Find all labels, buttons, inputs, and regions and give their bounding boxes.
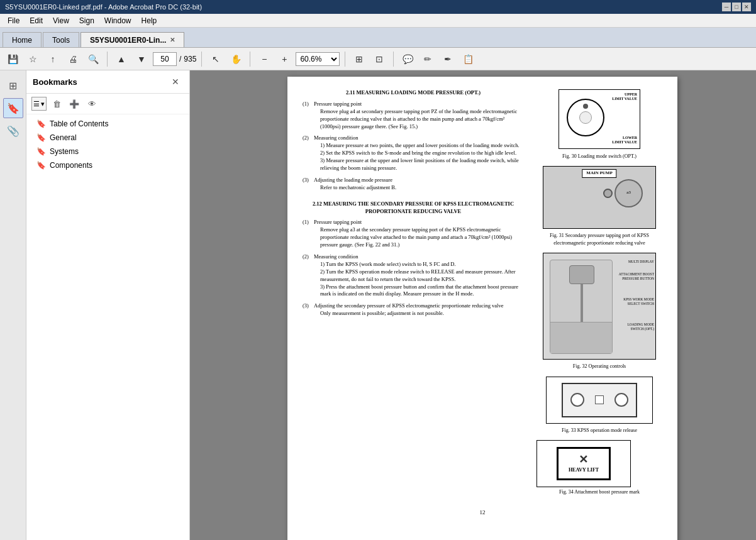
s211-p1-body: Remove plug a4 at secondary pressure tap… bbox=[314, 108, 524, 131]
s212-p2-text: Measuring condition bbox=[314, 253, 524, 261]
bookmark-item-systems[interactable]: 🔖 Systems bbox=[26, 145, 189, 158]
marquee-zoom-button[interactable]: ⊡ bbox=[370, 50, 388, 68]
tab-document[interactable]: S5YSU0001ER0-Lin... ✕ bbox=[81, 32, 184, 47]
page-area[interactable]: ◀ 2.11 MEASURING LOADING MODE PRESSURE (… bbox=[190, 70, 756, 540]
s211-p1-content: Pressure tapping point Remove plug a4 at… bbox=[314, 101, 524, 133]
section-212-heading: 2.12 MEASURING THE SECONDARY PRESSURE OF… bbox=[303, 201, 524, 216]
bookmark-icon-systems: 🔖 bbox=[36, 147, 46, 156]
menu-file[interactable]: File bbox=[3, 15, 25, 26]
figure-33-caption: Fig. 33 KPSS operation mode release bbox=[536, 427, 662, 434]
s212-p1-content: Pressure tapping point Remove plug a3 at… bbox=[314, 219, 524, 251]
figure-32-box: MULTI DISPLAY ATTACHMENT BOOST PRESSURE … bbox=[543, 253, 656, 360]
page-navigation: / 935 bbox=[153, 52, 196, 66]
page-down-button[interactable]: ▼ bbox=[133, 50, 150, 68]
tab-bar: Home Tools S5YSU0001ER0-Lin... ✕ bbox=[0, 28, 756, 48]
print-button[interactable]: 🖨 bbox=[64, 50, 82, 68]
highlight-button[interactable]: ✏ bbox=[419, 50, 436, 68]
figure-30-box: UPPERLIMIT VALUE LOWERLIMIT VALUE bbox=[559, 89, 640, 149]
s212-p1-text: Pressure tapping point bbox=[314, 219, 524, 226]
add-bookmark-button[interactable]: ➕ bbox=[67, 96, 82, 111]
figure-32-container: MULTI DISPLAY ATTACHMENT BOOST PRESSURE … bbox=[536, 253, 662, 370]
menu-view[interactable]: View bbox=[48, 15, 74, 26]
bookmark-properties-button[interactable]: 👁 bbox=[84, 96, 99, 111]
toolbar-separator-4 bbox=[345, 52, 345, 67]
search-button[interactable]: 🔍 bbox=[84, 50, 102, 68]
pdf-left-column: 2.11 MEASURING LOADING MODE PRESSURE (OP… bbox=[303, 89, 524, 502]
menu-help[interactable]: Help bbox=[136, 15, 162, 26]
pdf-two-column: 2.11 MEASURING LOADING MODE PRESSURE (OP… bbox=[303, 89, 662, 502]
fig32-label-4: LOADING MODE SWITCH (OPT.) bbox=[615, 322, 654, 331]
save-button[interactable]: 💾 bbox=[4, 50, 21, 68]
menu-edit[interactable]: Edit bbox=[25, 15, 48, 26]
bookmark-label-components: Components bbox=[50, 161, 92, 170]
cursor-tool-button[interactable]: ↖ bbox=[207, 50, 225, 68]
tab-tools[interactable]: Tools bbox=[43, 32, 79, 47]
s212-p3-text: Adjusting the secondary pressure of KPSS… bbox=[314, 302, 503, 310]
zoom-out-button[interactable]: − bbox=[255, 50, 273, 68]
maximize-button[interactable]: □ bbox=[732, 3, 741, 11]
left-icon-panel: ⊞ 🔖 📎 bbox=[0, 70, 26, 540]
bookmarks-options-dropdown[interactable]: ☰ ▾ bbox=[31, 97, 47, 111]
tab-home[interactable]: Home bbox=[3, 32, 42, 47]
fig32-stick bbox=[581, 284, 583, 322]
section-212-p2: (2) Measuring condition 1) Turn the KPSS… bbox=[303, 253, 524, 300]
toolbar-separator-3 bbox=[250, 52, 250, 67]
figure-31-caption: Fig. 31 Secondary pressure tapping port … bbox=[536, 232, 662, 246]
fig32-label-3: KPSS WORK MODE SELECT SWITCH bbox=[615, 297, 654, 306]
figure-34-box: ✕ HEAVY LIFT bbox=[536, 440, 631, 487]
options-icon: ☰ bbox=[33, 100, 40, 108]
bookmark-add-button[interactable]: ☆ bbox=[24, 50, 42, 68]
section-211-p1: (1) Pressure tapping point Remove plug a… bbox=[303, 101, 524, 133]
attachments-icon[interactable]: 📎 bbox=[3, 121, 23, 141]
delete-bookmark-button[interactable]: 🗑 bbox=[49, 96, 64, 111]
zoom-select[interactable]: 60.6% 50% 75% 100% 125% 150% bbox=[296, 52, 340, 66]
menu-window[interactable]: Window bbox=[99, 15, 136, 26]
bookmark-icon-components: 🔖 bbox=[36, 161, 46, 170]
bookmark-icon-toc: 🔖 bbox=[36, 119, 46, 128]
section-212-p3: (3) Adjusting the secondary pressure of … bbox=[303, 302, 524, 320]
section-211-p2: (2) Measuring condition 1) Measure press… bbox=[303, 135, 524, 174]
s212-p2-num: (2) bbox=[303, 253, 311, 300]
upload-button[interactable]: ↑ bbox=[44, 50, 62, 68]
s211-p2-content: Measuring condition 1) Measure pressure … bbox=[314, 135, 524, 174]
s212-p2-item2: 2) Turn the KPSS operation mode release … bbox=[314, 268, 524, 284]
dropdown-arrow-icon: ▾ bbox=[41, 100, 45, 108]
close-button[interactable]: ✕ bbox=[742, 3, 751, 11]
bookmark-item-toc[interactable]: 🔖 Table of Contents bbox=[26, 117, 189, 131]
minimize-button[interactable]: ─ bbox=[722, 3, 731, 11]
zoom-in-button[interactable]: + bbox=[275, 50, 293, 68]
stamp-button[interactable]: 📋 bbox=[459, 50, 477, 68]
figure-33-box bbox=[546, 377, 653, 424]
tab-close-icon[interactable]: ✕ bbox=[170, 36, 175, 43]
fig32-label-1: MULTI DISPLAY bbox=[615, 260, 654, 264]
s211-p3-num: (3) bbox=[303, 177, 311, 194]
markup-button[interactable]: ✒ bbox=[439, 50, 457, 68]
fit-page-button[interactable]: ⊞ bbox=[350, 50, 368, 68]
comment-button[interactable]: 💬 bbox=[399, 50, 416, 68]
page-number: 12 bbox=[303, 509, 662, 517]
bookmark-item-general[interactable]: 🔖 General bbox=[26, 131, 189, 145]
fig34-heavy-lift-box: ✕ HEAVY LIFT bbox=[557, 447, 611, 480]
hand-tool-button[interactable]: ✋ bbox=[227, 50, 245, 68]
title-bar-text: S5YSU0001ER0-Linked pdf.pdf - Adobe Acro… bbox=[5, 3, 722, 11]
fig30-knob bbox=[583, 104, 588, 109]
figure-33-container: Fig. 33 KPSS operation mode release bbox=[536, 377, 662, 434]
s212-p2-content: Measuring condition 1) Turn the KPSS (wo… bbox=[314, 253, 524, 300]
bookmarks-title: Bookmarks bbox=[33, 77, 77, 87]
page-thumbnail-icon[interactable]: ⊞ bbox=[3, 75, 23, 96]
fig31-a3-label: a3 bbox=[626, 190, 631, 196]
section-211-heading: 2.11 MEASURING LOADING MODE PRESSURE (OP… bbox=[303, 89, 524, 97]
bookmarks-close-button[interactable]: ✕ bbox=[168, 74, 183, 89]
page-up-button[interactable]: ▲ bbox=[113, 50, 130, 68]
bookmarks-header: Bookmarks ✕ bbox=[26, 70, 189, 94]
s211-p1-text: Pressure tapping point bbox=[314, 101, 524, 108]
page-input[interactable] bbox=[153, 52, 177, 66]
bookmarks-icon[interactable]: 🔖 bbox=[3, 98, 23, 118]
figure-34-container: ✕ HEAVY LIFT Fig. 34 Attachment boost pr… bbox=[536, 440, 662, 495]
pdf-right-column: UPPERLIMIT VALUE LOWERLIMIT VALUE bbox=[536, 89, 662, 502]
fig33-square bbox=[595, 395, 604, 404]
s212-p2-item3: 3) Press the attachment boost pressure b… bbox=[314, 284, 524, 299]
bookmark-item-components[interactable]: 🔖 Components bbox=[26, 158, 189, 172]
menu-sign[interactable]: Sign bbox=[74, 15, 99, 26]
fig30-lower-label: LOWERLIMIT VALUE bbox=[612, 136, 637, 145]
